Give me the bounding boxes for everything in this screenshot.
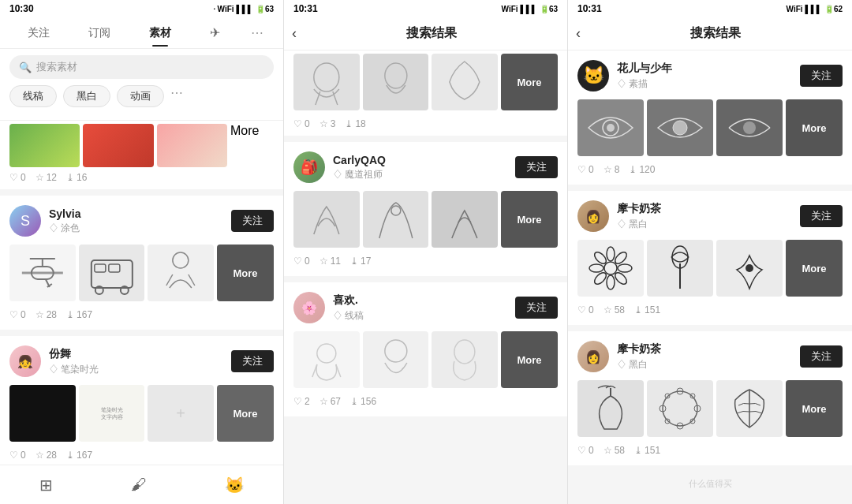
left-partial-stats: ♡ 0 ☆ 12 ⤓ 16	[9, 172, 274, 183]
huaer-info: 花儿与少年 ♢ 素描	[617, 62, 800, 91]
huaer-header: 🐱 花儿与少年 ♢ 素描 关注	[577, 60, 843, 91]
fenwu-follow-btn[interactable]: 关注	[231, 350, 274, 372]
left-scroll[interactable]: More ♡ 0 ☆ 12 ⤓ 16 S Sylvia ♢ 涂色	[0, 121, 283, 465]
eye2-svg	[647, 99, 713, 156]
svg-rect-7	[95, 264, 106, 272]
svg-point-25	[607, 124, 615, 132]
mid-partial-img-grid: More	[293, 54, 558, 110]
svg-point-23	[454, 340, 475, 364]
tab-material[interactable]: 素材	[141, 20, 179, 47]
mid-scroll[interactable]: More ♡ 0 ☆ 3 ⤓ 18 🎒 CarlyQAQ ♢ 魔道祖师 关注	[284, 50, 567, 504]
mocha2-more-btn[interactable]: More	[786, 380, 843, 437]
wifi-icon: WiFi	[218, 5, 234, 13]
right-battery: 🔋62	[824, 5, 843, 13]
left-time: 10:30	[9, 3, 34, 14]
mocha1-tag: ♢ 黑白	[617, 218, 800, 231]
huaer-stats: ♡ 0 ☆ 8 ⤓ 120	[577, 164, 843, 175]
huaer-more-btn[interactable]: More	[786, 99, 843, 156]
mocha2-img-grid: More	[577, 380, 843, 437]
left-panel: 10:30 ⋅ WiFi ▌▌▌ 🔋63 关注 订阅 素材 ✈ ⋯	[0, 0, 284, 504]
mid-partial-more-btn[interactable]: More	[501, 54, 558, 110]
cat-icon: 🐱	[583, 65, 604, 86]
carly-follow-btn[interactable]: 关注	[515, 156, 558, 178]
tag-linegao[interactable]: 线稿	[9, 85, 57, 107]
left-search-bar[interactable]: 🔍 搜索素材	[9, 55, 274, 79]
mid-partial-likes: ♡ 0	[293, 118, 310, 129]
carly-info: CarlyQAQ ♢ 魔道祖师	[333, 154, 515, 181]
xihuan-follow-btn[interactable]: 关注	[515, 297, 558, 319]
xihuan-more-btn[interactable]: More	[501, 331, 558, 388]
right-nav-bar: ‹ 搜索结果	[568, 17, 852, 50]
partial-thumb-3	[157, 124, 227, 167]
mocha1-follow-btn[interactable]: 关注	[800, 205, 843, 227]
carly-thumb-1	[293, 191, 360, 248]
mocha1-likes: ♡ 0	[577, 304, 594, 315]
mid-time: 10:31	[293, 3, 318, 14]
tag-donghua[interactable]: 动画	[117, 85, 164, 107]
heart-icon: ♡	[9, 309, 18, 320]
mocha2-follow-btn[interactable]: 关注	[800, 345, 843, 368]
mocha1-info: 摩卡奶茶 ♢ 黑白	[617, 202, 800, 231]
mid-title: 搜索结果	[303, 25, 559, 42]
sylvia-more-btn[interactable]: More	[217, 245, 274, 301]
svg-point-18	[391, 206, 401, 215]
right-scroll[interactable]: 🐱 花儿与少年 ♢ 素描 关注	[568, 50, 852, 504]
battery-icon: 🔋63	[256, 5, 274, 13]
nav-cat[interactable]: 🐱	[225, 476, 245, 495]
search-icon: 🔍	[19, 62, 32, 73]
tag-more-dots[interactable]: ⋯	[170, 85, 183, 107]
left-search-wrap: 🔍 搜索素材 线稿 黑白 动画 ⋯	[0, 55, 283, 120]
left-bottom-nav: ⊞ 🖌 🐱	[0, 465, 283, 504]
user-card-mocha2: 👩 摩卡奶茶 ♢ 黑白 关注	[568, 331, 852, 465]
mocha1-more-btn[interactable]: More	[786, 240, 843, 297]
tab-send[interactable]: ✈	[202, 19, 228, 47]
fenwu-name: 份舞	[49, 347, 231, 361]
user-card-sylvia: S Sylvia ♢ 涂色 关注	[0, 196, 283, 330]
nav-paint[interactable]: 🖌	[131, 476, 147, 494]
sylvia-stats: ♡ 0 ☆ 28 ⤓ 167	[9, 309, 274, 320]
mocha2-thumb-3	[716, 380, 783, 437]
flower1-svg	[577, 240, 644, 297]
mid-partial-card: More ♡ 0 ☆ 3 ⤓ 18	[284, 50, 567, 136]
tab-subscribe[interactable]: 订阅	[80, 20, 118, 47]
carly-thumb-3	[432, 191, 498, 248]
mocha2-stars: ☆ 58	[604, 445, 625, 456]
mocha1-downloads: ⤓ 151	[634, 304, 660, 315]
mocha2-downloads: ⤓ 151	[634, 445, 660, 456]
mid-back-btn[interactable]: ‹	[292, 25, 297, 42]
carly-more-btn[interactable]: More	[501, 191, 558, 248]
mocha2-info: 摩卡奶茶 ♢ 黑白	[617, 342, 800, 371]
right-status-bar: 10:31 WiFi ▌▌▌ 🔋62	[568, 0, 852, 17]
tab-more-dots[interactable]: ⋯	[251, 25, 263, 40]
right-signal: ▌▌▌	[805, 5, 822, 13]
right-panel: 10:31 WiFi ▌▌▌ 🔋62 ‹ 搜索结果 🐱 花儿与少年 ♢ 素描 关…	[568, 0, 852, 504]
mid-signal: ▌▌▌	[521, 5, 537, 13]
partial-more-btn[interactable]: More	[230, 124, 274, 167]
huaer-follow-btn[interactable]: 关注	[800, 65, 843, 87]
xihuan-likes: ♡ 2	[293, 396, 310, 407]
sylvia-header: S Sylvia ♢ 涂色 关注	[9, 205, 274, 237]
sylvia-follow-btn[interactable]: 关注	[231, 210, 274, 232]
partial-likes: ♡ 0	[9, 172, 26, 183]
right-back-btn[interactable]: ‹	[576, 25, 581, 42]
mid-wifi: WiFi	[502, 5, 518, 13]
eye1-svg	[577, 99, 644, 156]
sylvia-name: Sylvia	[49, 207, 231, 220]
bottom-watermark: 什么值得买	[568, 472, 852, 496]
svg-point-41	[663, 391, 697, 426]
fenwu-img-grid: 笔染时光文字内容 + More	[9, 385, 274, 442]
fenwu-more-btn[interactable]: More	[217, 385, 274, 442]
nav-grid[interactable]: ⊞	[39, 476, 53, 495]
carly-downloads: ⤓ 17	[350, 256, 371, 267]
huaer-img-grid: More	[577, 99, 843, 156]
svg-point-30	[607, 275, 615, 289]
xihuan-name: 喜欢.	[333, 293, 515, 308]
tab-follow[interactable]: 关注	[20, 20, 58, 47]
mid-status-bar: 10:31 WiFi ▌▌▌ 🔋63	[284, 0, 567, 17]
fenwu-likes: ♡ 0	[9, 450, 26, 461]
mocha1-thumb-1	[577, 240, 644, 297]
mocha1-thumb-2	[647, 240, 713, 297]
star-icon: ☆	[36, 450, 44, 461]
tag-heibai[interactable]: 黑白	[63, 85, 110, 107]
fenwu-thumb-1	[9, 385, 76, 442]
